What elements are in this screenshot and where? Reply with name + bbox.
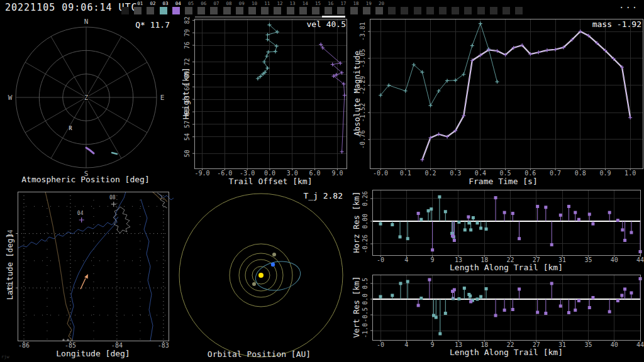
tab-square	[439, 7, 447, 14]
svg-text:0.7: 0.7	[550, 170, 561, 177]
svg-text:3.0: 3.0	[287, 170, 298, 177]
tab-17[interactable]: 17	[337, 1, 350, 16]
svg-text:9: 9	[431, 341, 435, 348]
svg-text:44: 44	[636, 341, 644, 348]
tab-square	[172, 7, 180, 14]
tab-10[interactable]: 10	[248, 1, 261, 16]
tab-09[interactable]: 09	[236, 1, 248, 16]
tab-pos-30[interactable]	[502, 1, 515, 16]
series-station-04	[420, 30, 632, 162]
svg-text:0.26: 0.26	[362, 191, 369, 206]
tab-square	[337, 7, 345, 14]
tab-20[interactable]: 20	[375, 1, 388, 16]
tab-number: 17	[340, 1, 350, 6]
svg-text:-84: -84	[111, 342, 123, 349]
tab-number: 11	[264, 1, 274, 6]
tab-08[interactable]: 08	[223, 1, 236, 16]
tab-pos-28[interactable]	[477, 1, 490, 16]
svg-text:82: 82	[184, 16, 191, 24]
tab-12[interactable]: 12	[274, 1, 286, 16]
tab-pos-21[interactable]	[388, 1, 401, 16]
tab-pos-24[interactable]	[426, 1, 439, 16]
plus-marker	[428, 104, 432, 107]
tab-number: 10	[252, 1, 261, 6]
longitude-axis-title: Longitude [deg]	[30, 349, 156, 358]
cardinal-W: W	[8, 94, 13, 102]
trail-offset-axis-title: Trail Offset [km]	[208, 177, 333, 186]
station-label-08: 08	[109, 195, 116, 200]
plus-marker	[470, 44, 474, 48]
tab-number	[125, 1, 134, 6]
tab-square	[185, 7, 192, 14]
tab-number	[442, 1, 452, 6]
tab-square	[502, 7, 510, 14]
svg-text:0.00: 0.00	[362, 214, 369, 229]
tab-pos-29[interactable]	[490, 1, 502, 16]
tab-01[interactable]: 01	[134, 1, 147, 16]
tab-number: 19	[366, 1, 375, 6]
tab-04[interactable]: 04	[172, 1, 185, 16]
tab-18[interactable]: 18	[350, 1, 363, 16]
svg-text:1.0: 1.0	[625, 170, 636, 177]
tab-number: 09	[239, 1, 248, 6]
svg-text:35: 35	[584, 341, 592, 348]
river	[18, 217, 118, 248]
tab-number: 04	[175, 1, 185, 6]
tab-11[interactable]: 11	[261, 1, 274, 16]
magnitude-axis-title: Absolute Magnitude	[352, 31, 362, 156]
svg-text:35: 35	[584, 256, 592, 263]
svg-text:9: 9	[431, 256, 435, 263]
tab-number	[430, 1, 439, 6]
latitude-axis-title: Latitude [deg]	[5, 204, 14, 330]
svg-text:44: 44	[636, 256, 644, 263]
tab-05[interactable]: 05	[185, 1, 197, 16]
tab-07[interactable]: 07	[210, 1, 223, 16]
tab-pos-23[interactable]	[414, 1, 426, 16]
plus-marker	[420, 158, 424, 162]
tab-16[interactable]: 16	[325, 1, 337, 16]
svg-text:-83: -83	[158, 342, 169, 349]
tab-number	[467, 1, 477, 6]
tab-19[interactable]: 19	[363, 1, 375, 16]
tab-15[interactable]: 15	[312, 1, 325, 16]
svg-text:-3.0: -3.0	[240, 170, 255, 177]
plus-marker	[553, 48, 557, 52]
tab-pos-27[interactable]	[464, 1, 477, 16]
series-fit-04	[422, 31, 630, 160]
tab-03[interactable]: 03	[160, 1, 172, 16]
tab-pos-0[interactable]	[121, 1, 134, 16]
tab-square	[236, 7, 243, 14]
tab-square	[197, 7, 205, 14]
overflow-menu-button[interactable]: ...	[619, 0, 638, 10]
tab-number	[493, 1, 502, 6]
tab-pos-25[interactable]	[439, 1, 452, 16]
vert-res-axis-title: Vert Res [km]	[352, 244, 361, 362]
meteor-analysis-app: 20221105 09:06:14 UTC 010203040506070809…	[0, 0, 644, 362]
vertical-residuals-plot: -04913182227313540440.50.0-0.5-1.0	[350, 272, 644, 353]
tab-square	[287, 7, 294, 14]
tab-13[interactable]: 13	[287, 1, 299, 16]
ground-track-arrow	[80, 278, 86, 289]
ground-track-map: 0408-86-85-84-833433	[4, 189, 176, 357]
plus-marker	[274, 50, 277, 53]
svg-text:-0.26: -0.26	[362, 234, 369, 253]
svg-text:0.9: 0.9	[599, 170, 611, 177]
svg-text:0.4: 0.4	[475, 170, 486, 177]
tab-02[interactable]: 02	[147, 1, 159, 16]
svg-text:-0.0: -0.0	[373, 170, 388, 177]
tab-06[interactable]: 06	[197, 1, 210, 16]
zenith-label: Z	[84, 94, 88, 101]
tab-pos-31[interactable]	[515, 1, 528, 16]
tab-square	[121, 7, 129, 14]
tab-square	[274, 7, 281, 14]
tab-square	[223, 7, 231, 14]
tab-pos-26[interactable]	[452, 1, 464, 16]
svg-text:-9.0: -9.0	[194, 170, 209, 177]
tab-pos-22[interactable]	[401, 1, 413, 16]
tab-14[interactable]: 14	[299, 1, 312, 16]
tab-number: 20	[379, 1, 388, 6]
sun-dot	[258, 273, 264, 278]
svg-text:0.0: 0.0	[264, 170, 275, 177]
height-profile-plot: -9.0-6.0-3.00.03.06.09.08279767269666360…	[178, 18, 352, 182]
plus-marker	[479, 22, 482, 26]
